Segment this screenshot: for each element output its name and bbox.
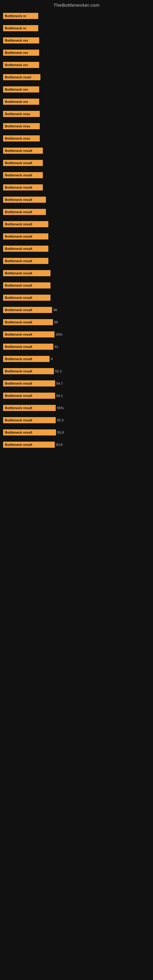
bar-label: Bottleneck result xyxy=(3,368,54,374)
bar-value: 55.8 xyxy=(57,431,64,434)
bar-label: Bottleneck result xyxy=(3,417,56,423)
bar-value: 55.3 xyxy=(57,418,63,422)
bar-row: Bottleneck re xyxy=(3,22,150,34)
bar-row: Bottleneck result xyxy=(3,218,150,230)
bar-row: Bottleneck resu xyxy=(3,108,150,120)
bar-label: Bottleneck res xyxy=(3,99,39,105)
bar-value: 49 xyxy=(53,308,57,312)
bar-label: Bottleneck re xyxy=(3,25,38,31)
bar-row: Bottleneck result xyxy=(3,267,150,279)
bar-row: Bottleneck result xyxy=(3,145,150,156)
bar-row: Bottleneck result55.8 xyxy=(3,426,150,438)
bar-label: Bottleneck res xyxy=(3,49,39,56)
bar-row: Bottleneck result53% xyxy=(3,329,150,340)
site-title: TheBottlenecker.com xyxy=(0,0,153,9)
bar-label: Bottleneck res xyxy=(3,86,39,92)
bar-label: Bottleneck resul xyxy=(3,74,40,80)
bar-label: Bottleneck re xyxy=(3,13,38,19)
bar-label: Bottleneck result xyxy=(3,258,48,264)
bar-row: Bottleneck result xyxy=(3,157,150,169)
bar-row: Bottleneck result55% xyxy=(3,402,150,414)
bar-row: Bottleneck result54.7 xyxy=(3,378,150,389)
bar-row: Bottleneck result xyxy=(3,255,150,267)
bar-label: Bottleneck result xyxy=(3,393,55,399)
bar-label: Bottleneck resu xyxy=(3,135,40,142)
bar-label: Bottleneck result xyxy=(3,209,46,215)
bar-row: Bottleneck res xyxy=(3,59,150,71)
bar-row: Bottleneck resul xyxy=(3,72,150,83)
bar-value: 51. xyxy=(54,345,59,348)
bar-label: Bottleneck result xyxy=(3,430,56,436)
bar-label: Bottleneck result xyxy=(3,356,49,362)
bar-value: 53% xyxy=(56,332,62,336)
bar-row: Bottleneck result xyxy=(3,292,150,304)
bar-row: Bottleneck result51. xyxy=(3,341,150,353)
bar-label: Bottleneck result xyxy=(3,185,43,191)
bar-label: Bottleneck result xyxy=(3,319,53,325)
bar-row: Bottleneck result xyxy=(3,181,150,193)
bar-value: 53.8 xyxy=(56,443,62,447)
bar-label: Bottleneck res xyxy=(3,37,39,43)
bar-value: 55% xyxy=(57,406,64,410)
bar-value: 54.1 xyxy=(56,394,63,398)
bar-row: Bottleneck res xyxy=(3,96,150,108)
bar-row: Bottleneck result xyxy=(3,169,150,181)
bar-row: Bottleneck resu xyxy=(3,133,150,144)
bar-label: Bottleneck result xyxy=(3,307,52,313)
bar-label: Bottleneck result xyxy=(3,270,51,276)
bar-row: Bottleneck result55.3 xyxy=(3,414,150,426)
bar-label: Bottleneck result xyxy=(3,172,43,178)
bar-row: Bottleneck result54.1 xyxy=(3,390,150,401)
bar-row: Bottleneck res xyxy=(3,35,150,46)
bar-label: Bottleneck result xyxy=(3,221,48,227)
bar-row: Bottleneck result49 xyxy=(3,304,150,316)
bar-label: Bottleneck resu xyxy=(3,111,40,117)
bar-label: Bottleneck result xyxy=(3,160,43,166)
bar-value: 54.7 xyxy=(56,382,63,385)
bar-value: 4 xyxy=(51,357,53,361)
bar-label: Bottleneck result xyxy=(3,282,51,288)
bar-label: Bottleneck result xyxy=(3,246,48,252)
bar-row: Bottleneck result xyxy=(3,231,150,242)
bar-value: 52.3 xyxy=(55,369,62,373)
bar-row: Bottleneck result50 xyxy=(3,317,150,328)
bar-label: Bottleneck result xyxy=(3,233,48,240)
bar-label: Bottleneck result xyxy=(3,405,56,411)
bar-label: Bottleneck result xyxy=(3,148,43,154)
bar-row: Bottleneck res xyxy=(3,47,150,59)
bar-row: Bottleneck result xyxy=(3,280,150,291)
bar-label: Bottleneck result xyxy=(3,197,46,203)
chart-area: Bottleneck reBottleneck reBottleneck res… xyxy=(0,9,153,452)
bar-row: Bottleneck result4 xyxy=(3,353,150,365)
bar-label: Bottleneck result xyxy=(3,331,54,337)
bar-label: Bottleneck result xyxy=(3,380,55,387)
bar-row: Bottleneck re xyxy=(3,10,150,22)
bar-label: Bottleneck resu xyxy=(3,123,40,129)
bar-label: Bottleneck result xyxy=(3,294,51,301)
bar-label: Bottleneck result xyxy=(3,344,53,350)
bar-row: Bottleneck result52.3 xyxy=(3,365,150,377)
bar-row: Bottleneck result xyxy=(3,243,150,255)
bar-row: Bottleneck result xyxy=(3,194,150,205)
bar-row: Bottleneck resu xyxy=(3,120,150,132)
bar-row: Bottleneck result xyxy=(3,206,150,218)
bar-label: Bottleneck res xyxy=(3,62,39,68)
bar-value: 50 xyxy=(54,320,58,324)
bar-row: Bottleneck result53.8 xyxy=(3,439,150,450)
bar-row: Bottleneck res xyxy=(3,84,150,95)
bar-label: Bottleneck result xyxy=(3,442,55,448)
